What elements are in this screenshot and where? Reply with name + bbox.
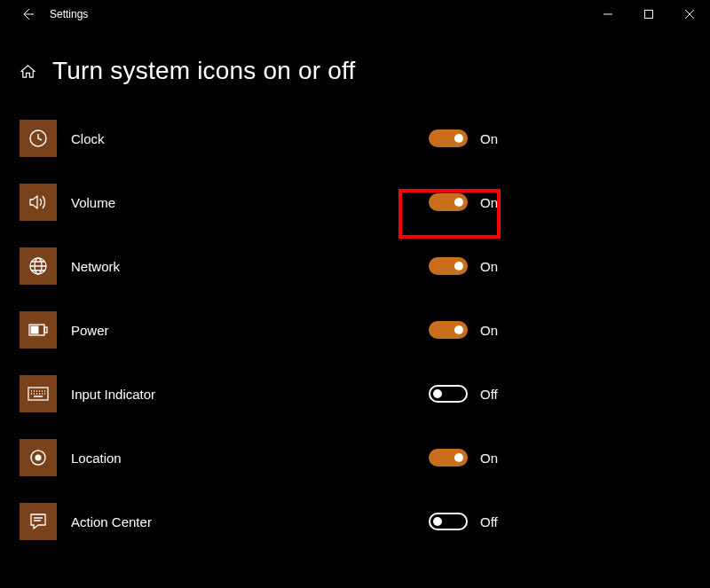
setting-label: Volume xyxy=(71,195,115,210)
clock-icon xyxy=(20,120,57,157)
toggle-state: On xyxy=(480,259,498,274)
close-icon xyxy=(685,10,694,19)
toggle-volume[interactable] xyxy=(429,193,468,211)
svg-rect-0 xyxy=(645,11,653,19)
minimize-button[interactable] xyxy=(588,0,628,28)
toggle-state: On xyxy=(480,451,498,466)
toggle-clock[interactable] xyxy=(429,129,468,147)
setting-input-indicator: Input Indicator Off xyxy=(20,362,710,426)
toggle-state: On xyxy=(480,323,498,338)
setting-label: Clock xyxy=(71,131,105,146)
svg-point-9 xyxy=(36,455,42,461)
keyboard-icon xyxy=(20,375,57,412)
window-controls xyxy=(588,0,710,28)
toggle-action-center[interactable] xyxy=(429,513,468,530)
setting-volume: Volume On xyxy=(20,170,710,234)
setting-location: Location On xyxy=(20,426,710,490)
toggle-state: Off xyxy=(480,387,498,402)
app-name: Settings xyxy=(50,8,88,20)
toggle-state: On xyxy=(480,131,498,146)
setting-action-center: Action Center Off xyxy=(20,490,710,553)
setting-label: Input Indicator xyxy=(71,387,155,402)
maximize-icon xyxy=(644,10,653,19)
setting-power: Power On xyxy=(20,298,710,362)
home-icon[interactable] xyxy=(20,63,36,80)
power-icon xyxy=(20,311,57,349)
close-button[interactable] xyxy=(669,0,710,28)
setting-label: Action Center xyxy=(71,514,152,529)
maximize-button[interactable] xyxy=(628,0,669,28)
setting-clock: Clock On xyxy=(20,106,710,170)
setting-label: Power xyxy=(71,323,109,338)
minimize-icon xyxy=(604,10,612,19)
toggle-location[interactable] xyxy=(429,449,468,466)
toggle-state: On xyxy=(480,195,498,210)
svg-rect-6 xyxy=(44,327,47,333)
volume-icon xyxy=(20,184,57,221)
toggle-network[interactable] xyxy=(429,257,468,275)
action-center-icon xyxy=(20,503,57,540)
page-header: Turn system icons on or off xyxy=(0,28,710,106)
location-icon xyxy=(20,439,57,476)
setting-label: Network xyxy=(71,259,120,274)
svg-rect-5 xyxy=(31,326,39,334)
titlebar: Settings xyxy=(0,0,710,28)
back-button[interactable] xyxy=(9,0,46,28)
toggle-input-indicator[interactable] xyxy=(429,385,468,403)
setting-network: Network On xyxy=(20,234,710,298)
settings-list: Clock On Volume On Network xyxy=(0,106,710,553)
toggle-state: Off xyxy=(480,514,498,529)
network-icon xyxy=(20,247,57,285)
setting-label: Location xyxy=(71,451,122,466)
toggle-power[interactable] xyxy=(429,321,468,339)
arrow-left-icon xyxy=(20,7,35,21)
page-title: Turn system icons on or off xyxy=(52,57,356,85)
